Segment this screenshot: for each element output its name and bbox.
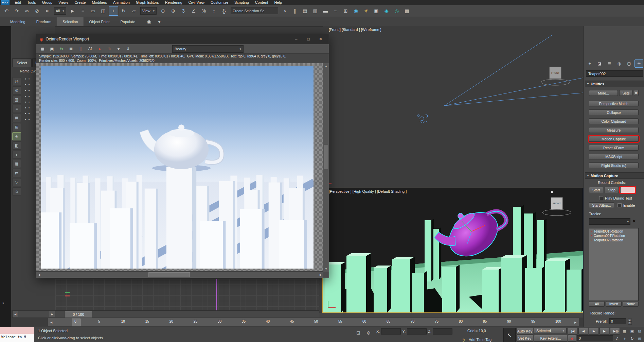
menu-item-tools[interactable]: Tools (24, 0, 39, 5)
timeline-left-icon[interactable]: ◀ (49, 320, 54, 325)
display-shapes-icon[interactable]: ▥ (12, 96, 21, 104)
menu-item-edit[interactable]: Edit (12, 0, 24, 5)
utilities-rollout-header[interactable]: ▾ Utilities (585, 81, 644, 87)
preroll-field[interactable]: 0 (609, 318, 626, 324)
configure-icon[interactable]: ⌂ (12, 187, 21, 195)
menu-item-animation[interactable]: Animation (110, 0, 133, 5)
motion-capture-rollout-header[interactable]: ▾ Motion Capture (585, 172, 644, 179)
name-column-header[interactable]: Name (Sc (20, 69, 36, 73)
vertical-scroll-thumb[interactable] (324, 145, 328, 169)
visibility-dot-icon[interactable]: ● (25, 106, 26, 109)
picking-mode-icon[interactable]: ▼ (114, 45, 123, 53)
viewport-front[interactable]: [Front ] [Standard ] [Wireframe ] FRONT (323, 26, 583, 188)
scene-explorer-hscrollbar[interactable]: ◀ ▶ (12, 310, 55, 318)
select-and-rotate-icon[interactable]: ↻ (119, 6, 128, 16)
preroll-spinner[interactable]: ▲▼ (628, 319, 632, 324)
time-slider-track[interactable]: 0 / 100 (55, 310, 319, 318)
scroll-right-icon[interactable]: ▶ (49, 311, 55, 317)
menu-item-group[interactable]: Group (39, 0, 56, 5)
maxscript-mini-listener[interactable]: Welcome to M (0, 327, 34, 342)
key-filter-scope-select[interactable]: Selected▾ (534, 328, 567, 334)
max-logo-icon[interactable]: MAX (1, 0, 10, 5)
time-slider-handle[interactable]: 0 / 100 (65, 311, 92, 318)
use-pivot-point-icon[interactable]: ⊙ (158, 6, 168, 16)
camera-target-icon[interactable]: ⊕ (105, 45, 113, 53)
display-tab-icon[interactable]: ▢ (625, 59, 633, 68)
visibility-dot-icon[interactable]: ● (25, 101, 26, 103)
set-key-button[interactable]: Set Key (516, 335, 533, 342)
curve-key-red[interactable] (65, 295, 70, 296)
start-record-button[interactable]: Start (589, 187, 603, 193)
ribbon-tab-object-paint[interactable]: Object Paint (84, 17, 115, 26)
named-selection-set-input[interactable] (231, 7, 278, 14)
render-pass-select[interactable]: Beauty ▾ (172, 45, 244, 53)
viewport-front-label[interactable]: [Front ] [Standard ] [Wireframe ] (329, 28, 381, 32)
delete-track-icon[interactable]: ✕ (631, 218, 637, 224)
panel-expand-handle[interactable]: ▸ (3, 301, 4, 305)
render-setup-icon[interactable]: ✳ (361, 6, 371, 16)
selection-dot-icon[interactable]: ● (28, 95, 30, 97)
viewport-perspective[interactable]: [Perspective ] [High Quality ] [Default … (323, 188, 583, 312)
x-coordinate-field[interactable] (381, 328, 401, 335)
close-icon[interactable]: ✕ (315, 34, 327, 44)
octane-render-view[interactable] (36, 63, 323, 272)
visibility-dot-icon[interactable]: ● (25, 95, 26, 97)
curve-key-green[interactable] (65, 292, 70, 293)
selection-dot-icon[interactable]: ● (28, 83, 30, 86)
stop-record-button[interactable]: Stop (605, 187, 619, 193)
ribbon-tab-selection[interactable]: Selection (57, 17, 84, 26)
select-and-link-icon[interactable]: ∞ (22, 6, 32, 16)
menu-item-rendering[interactable]: Rendering (162, 0, 185, 5)
pause-render-icon[interactable]: || (76, 45, 85, 53)
lock-cell-editing-icon[interactable]: ◧ (12, 141, 21, 150)
time-tag[interactable]: ◷ Add Time Tag (459, 336, 491, 342)
curve-editor-icon[interactable]: ~ (331, 6, 340, 16)
ribbon-tab-freeform[interactable]: Freeform (31, 17, 57, 26)
track-item[interactable]: ✕Teapot001\Rotation (589, 229, 638, 234)
ribbon-tab-modeling[interactable]: Modeling (5, 17, 31, 26)
selection-dot-icon[interactable]: ● (28, 101, 30, 103)
hierarchy-tab-icon[interactable]: ≣ (605, 59, 614, 68)
object-name-field[interactable]: Teapot002 (586, 70, 643, 77)
viewport-perspective-label[interactable]: [Perspective ] [High Quality ] [Default … (329, 189, 407, 193)
trackbar-mini-curve-editor[interactable] (55, 279, 319, 311)
rectangular-selection-region-icon[interactable]: ▭ (88, 6, 98, 16)
undo-icon[interactable]: ↶ (2, 6, 11, 16)
restart-render-icon[interactable]: ↻ (57, 45, 66, 53)
track-item[interactable]: ✕Camera001\Rotation (589, 234, 638, 238)
create-tab-icon[interactable]: + (585, 59, 594, 68)
ribbon-tab-populate[interactable]: Populate (115, 17, 140, 26)
mirror-icon[interactable]: ◑ (280, 6, 289, 16)
select-object-icon[interactable]: ► (68, 6, 77, 16)
tracks-dropdown[interactable]: ▾ (589, 218, 630, 225)
utility-button-perspective-match[interactable]: Perspective Match (589, 101, 639, 106)
select-no-tracks-button[interactable]: None (623, 301, 639, 307)
display-helpers-icon[interactable]: ⊞ (12, 123, 21, 131)
percent-snap-icon[interactable]: % (199, 6, 209, 16)
zoom-extents-icon[interactable]: ▣ (628, 327, 636, 335)
display-lights-icon[interactable]: ≡ (12, 105, 21, 113)
go-to-start-icon[interactable]: |◀ (568, 328, 578, 335)
invert-tracks-button[interactable]: Invert (606, 301, 622, 307)
menu-item-graph-editors[interactable]: Graph Editors (133, 0, 162, 5)
menu-item-views[interactable]: Views (55, 0, 71, 5)
play-during-test-checkbox[interactable]: Play During Test (599, 196, 632, 200)
visibility-dot-icon[interactable]: ● (25, 83, 26, 86)
toggle-ribbon-icon[interactable]: ▬ (321, 6, 330, 16)
visibility-dot-icon[interactable]: ● (25, 89, 26, 91)
menu-item-scripting[interactable]: Scripting (231, 0, 252, 5)
selection-dot-icon[interactable]: ● (28, 89, 30, 91)
lock-viewport-icon[interactable]: ⊠ (67, 45, 75, 53)
scroll-up-icon[interactable]: ▲ (323, 63, 329, 69)
toggle-layer-explorer-icon[interactable]: ▥ (310, 6, 320, 16)
toggle-scene-explorer-icon[interactable]: ▤ (300, 6, 310, 16)
redo-icon[interactable]: ↷ (12, 6, 21, 16)
sets-flyout-icon[interactable]: ▦ (634, 90, 639, 96)
next-frame-icon[interactable]: ▶ (600, 328, 609, 335)
listener-pane[interactable]: Welcome to M (0, 334, 34, 342)
utility-button-maxscript[interactable]: MAXScript (589, 154, 639, 159)
minimize-icon[interactable]: – (290, 34, 302, 44)
play-animation-icon[interactable]: ▶ (589, 328, 599, 335)
select-and-scale-icon[interactable]: ▱ (129, 6, 139, 16)
utilities-tab-icon[interactable]: ✳ (634, 59, 643, 68)
